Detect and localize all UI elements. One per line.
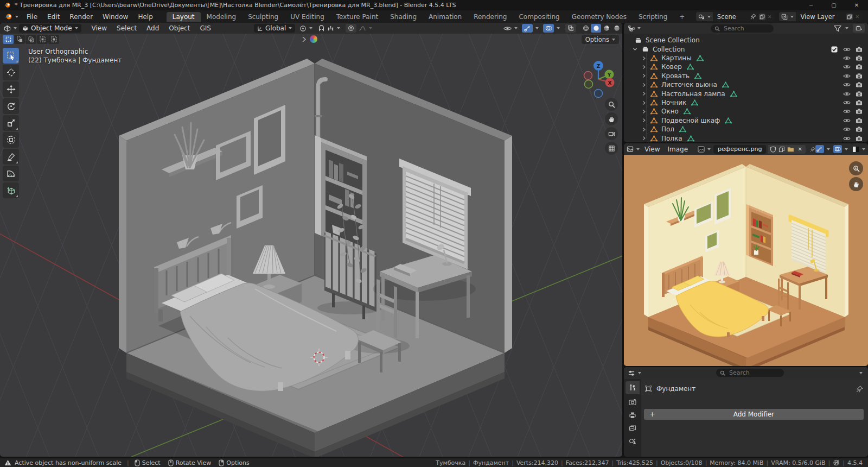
- gis-basemap-icon[interactable]: [310, 35, 317, 43]
- snap-settings[interactable]: [327, 25, 340, 32]
- orientation-selector[interactable]: Global: [254, 24, 295, 33]
- shading-solid-button[interactable]: [591, 24, 601, 33]
- eye-icon[interactable]: [843, 46, 851, 53]
- add-modifier-button[interactable]: + Add Modifier: [644, 409, 864, 420]
- tool-header-expand-icon[interactable]: [302, 36, 307, 43]
- new-collection-button[interactable]: [853, 24, 865, 33]
- tool-measure[interactable]: [3, 166, 19, 181]
- properties-options-dropdown[interactable]: [859, 372, 863, 374]
- copy-icon[interactable]: [846, 14, 853, 20]
- camera-icon[interactable]: [856, 46, 863, 53]
- close-button[interactable]: ✕: [845, 0, 868, 10]
- viewport-menu-view[interactable]: View: [87, 24, 112, 32]
- tab-layout[interactable]: Layout: [167, 12, 201, 22]
- select-mode-intersect[interactable]: [48, 35, 59, 44]
- zoom-view-button[interactable]: [605, 98, 618, 111]
- image-menu-view[interactable]: View: [641, 146, 663, 153]
- image-zoom-button[interactable]: [849, 161, 863, 175]
- chevron-right-icon[interactable]: [642, 83, 646, 87]
- camera-icon[interactable]: [856, 81, 863, 88]
- image-datablock-selector[interactable]: [696, 145, 712, 154]
- viewport-menu-select[interactable]: Select: [112, 24, 142, 32]
- outliner-row-object[interactable]: Листочек вьюна: [624, 80, 868, 89]
- image-editor-type-button[interactable]: [624, 146, 641, 153]
- eye-icon[interactable]: [843, 117, 851, 124]
- viewport-menu-gis[interactable]: GIS: [195, 24, 215, 32]
- proportional-editing-toggle[interactable]: [346, 24, 356, 33]
- outliner-row-object[interactable]: Подвесной шкаф: [624, 116, 868, 125]
- image-menu-image[interactable]: Image: [663, 146, 692, 153]
- tool-transform[interactable]: [3, 132, 19, 148]
- select-mode-subtract[interactable]: [25, 35, 36, 44]
- eye-icon[interactable]: [843, 81, 851, 88]
- eye-icon[interactable]: [843, 99, 851, 106]
- camera-view-button[interactable]: [605, 127, 618, 140]
- outliner-row-object[interactable]: Кровать: [624, 72, 868, 80]
- chevron-right-icon[interactable]: [642, 65, 646, 70]
- select-mode-extend[interactable]: [14, 35, 25, 44]
- tab-shading[interactable]: Shading: [384, 12, 423, 22]
- camera-icon[interactable]: [856, 135, 863, 142]
- menu-window[interactable]: Window: [98, 13, 133, 21]
- reference-image[interactable]: [624, 155, 868, 366]
- maximize-button[interactable]: ▢: [822, 0, 845, 10]
- select-mode-set[interactable]: [3, 35, 14, 44]
- camera-icon[interactable]: [856, 108, 863, 115]
- select-mode-invert[interactable]: [37, 35, 48, 44]
- chevron-right-icon[interactable]: [642, 73, 646, 78]
- tab-geometry-nodes[interactable]: Geometry Nodes: [566, 12, 633, 22]
- add-workspace-button[interactable]: +: [673, 12, 691, 22]
- menu-file[interactable]: File: [22, 13, 42, 21]
- perspective-toggle-button[interactable]: [605, 142, 618, 155]
- chevron-right-icon[interactable]: [642, 91, 646, 96]
- shading-material-button[interactable]: [601, 24, 611, 33]
- pin-icon[interactable]: [750, 14, 756, 20]
- outliner-row-scene-collection[interactable]: Scene Collection: [624, 36, 868, 45]
- tab-compositing[interactable]: Compositing: [513, 12, 565, 22]
- tab-animation[interactable]: Animation: [423, 12, 468, 22]
- outliner-row-object[interactable]: Полка: [624, 134, 868, 142]
- eye-icon[interactable]: [843, 64, 851, 70]
- eye-icon[interactable]: [843, 126, 851, 132]
- viewport-menu-object[interactable]: Object: [164, 24, 195, 32]
- outliner-row-object[interactable]: Окно: [624, 107, 868, 116]
- network-offline-icon[interactable]: [833, 459, 840, 466]
- outliner-row-object[interactable]: Ночник: [624, 98, 868, 107]
- tool-move[interactable]: [3, 81, 19, 97]
- outliner-row-collection[interactable]: Collection: [624, 45, 868, 54]
- tab-output[interactable]: [626, 408, 640, 421]
- camera-icon[interactable]: [856, 126, 863, 132]
- minimize-button[interactable]: ─: [800, 0, 822, 10]
- pin-icon[interactable]: [810, 146, 815, 153]
- checkbox-icon[interactable]: [831, 46, 838, 53]
- tab-rendering[interactable]: Rendering: [468, 12, 513, 22]
- outliner-row-object[interactable]: Ковер: [624, 62, 868, 71]
- fake-user-shield-icon[interactable]: [770, 146, 776, 153]
- tool-add-cube[interactable]: [3, 182, 19, 198]
- tool-cursor[interactable]: [3, 65, 19, 80]
- tab-scripting[interactable]: Scripting: [633, 12, 673, 22]
- pin-icon[interactable]: [856, 386, 863, 393]
- outliner-row-object[interactable]: Картины: [624, 54, 868, 62]
- folder-icon[interactable]: [787, 146, 794, 153]
- filter-icon[interactable]: [834, 25, 841, 32]
- pan-view-button[interactable]: [605, 112, 618, 125]
- tool-select-box[interactable]: [3, 48, 19, 64]
- xray-toggle[interactable]: [565, 24, 576, 33]
- camera-icon[interactable]: [856, 99, 863, 106]
- viewport-canvas[interactable]: Options User Orthographic (22) Тумбочка …: [0, 34, 622, 457]
- scene-selector[interactable]: Scene ✕: [696, 12, 775, 21]
- navigation-gizmo[interactable]: Z Y X: [577, 59, 620, 102]
- eye-icon[interactable]: [843, 135, 851, 142]
- tab-sculpting[interactable]: Sculpting: [242, 12, 284, 22]
- image-gizmo-toggle[interactable]: [815, 145, 824, 153]
- chevron-right-icon[interactable]: [642, 109, 646, 114]
- overlays-toggle[interactable]: [543, 24, 554, 33]
- eye-icon[interactable]: [843, 55, 851, 61]
- chevron-down-icon[interactable]: [633, 47, 637, 52]
- eye-icon[interactable]: [843, 108, 851, 115]
- image-filename[interactable]: референс.png: [718, 146, 762, 153]
- tab-modeling[interactable]: Modeling: [201, 12, 242, 22]
- camera-icon[interactable]: [856, 91, 863, 97]
- pivot-selector[interactable]: [299, 25, 312, 32]
